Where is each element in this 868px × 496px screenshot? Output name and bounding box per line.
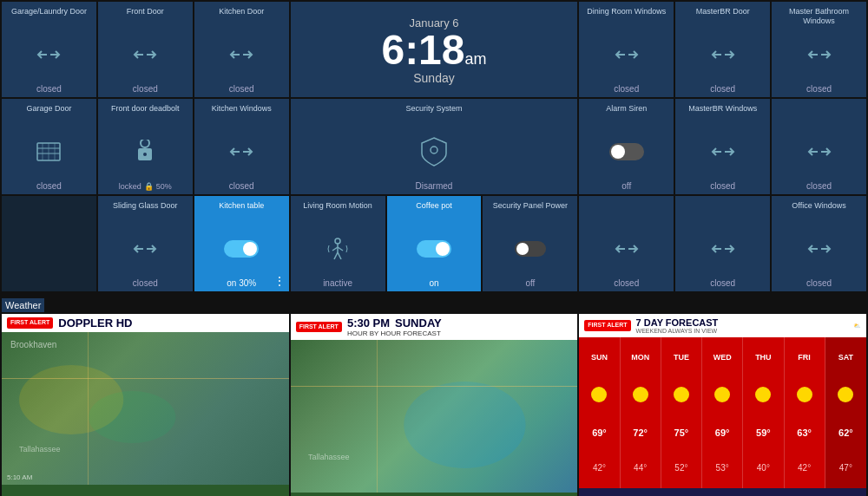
forecast-header: FIRST ALERT 7 DAY FORECAST WEEKEND ALWAY… bbox=[579, 314, 866, 337]
tile-icon bbox=[36, 123, 62, 179]
tile-unknown-r3c8[interactable]: closed bbox=[675, 196, 770, 291]
tile-kitchen-door[interactable]: Kitchen Door closed bbox=[194, 2, 289, 97]
tile-dining-room-windows[interactable]: Dining Room Windows closed bbox=[579, 2, 674, 97]
svg-point-30 bbox=[335, 238, 340, 244]
day-name: SAT bbox=[838, 353, 853, 362]
tile-master-bathroom-windows[interactable]: Master Bathroom Windows closed bbox=[772, 2, 866, 97]
tile-icon bbox=[515, 220, 546, 277]
tile-icon bbox=[229, 26, 253, 82]
tile-icon bbox=[224, 220, 259, 277]
day-name: MON bbox=[631, 353, 649, 362]
forecast-low: 40° bbox=[757, 463, 770, 473]
sun-icon bbox=[674, 387, 689, 402]
panel1-header: FIRST ALERT DOPPLER HD bbox=[2, 314, 289, 332]
tile-kitchen-windows[interactable]: Kitchen Windows closed bbox=[194, 99, 289, 194]
forecast-high: 69° bbox=[715, 427, 730, 438]
panel2-time: 5:30 PM bbox=[347, 317, 390, 330]
tile-status: Disarmed bbox=[416, 181, 453, 191]
tile-coffee-pot[interactable]: Coffee pot on bbox=[387, 196, 482, 291]
tile-icon bbox=[807, 26, 832, 82]
weather-panel-7day: FIRST ALERT 7 DAY FORECAST WEEKEND ALWAY… bbox=[579, 314, 866, 496]
tile-status: closed bbox=[133, 84, 158, 94]
panel2-header: FIRST ALERT 5:30 PM SUNDAY HOUR BY HOUR … bbox=[291, 314, 578, 340]
sun-icon bbox=[633, 387, 648, 402]
sun-icon bbox=[797, 387, 812, 402]
tile-label: Kitchen Door bbox=[219, 7, 264, 26]
svg-line-33 bbox=[338, 247, 343, 251]
day-name: FRI bbox=[798, 353, 811, 362]
weather-panel-doppler: FIRST ALERT DOPPLER HD Brookhaven Tallah… bbox=[2, 314, 289, 496]
tile-front-door-deadbolt[interactable]: Front door deadbolt locked 🔒 50% bbox=[98, 99, 193, 194]
tile-status: closed bbox=[229, 84, 254, 94]
forecast-logo: ⛅ bbox=[853, 323, 861, 330]
clock-day: Sunday bbox=[413, 71, 454, 85]
tile-label: Security System bbox=[405, 104, 462, 123]
tile-kitchen-table[interactable]: Kitchen table on 30% ⋮ bbox=[194, 196, 289, 291]
tile-label: Sliding Glass Door bbox=[113, 201, 178, 220]
tile-label: Alarm Siren bbox=[606, 104, 647, 123]
tile-garage-laundry-door[interactable]: Garage/Laundry Door closed bbox=[2, 2, 96, 97]
tile-masterbr-door[interactable]: MasterBR Door closed bbox=[675, 2, 770, 97]
forecast-day-fri: FRI 63° 42° bbox=[785, 337, 825, 488]
tile-icon bbox=[711, 26, 735, 82]
forecast-high: 59° bbox=[756, 427, 771, 438]
toggle-switch[interactable] bbox=[417, 240, 451, 258]
more-options-button[interactable]: ⋮ bbox=[273, 274, 286, 288]
tile-icon bbox=[807, 123, 832, 179]
doppler-map: Brookhaven Tallahassee 5:10 AM bbox=[2, 332, 289, 485]
forecast-high: 62° bbox=[838, 427, 853, 438]
tile-office-windows[interactable]: Office Windows closed bbox=[772, 196, 866, 291]
tile-status: closed bbox=[614, 278, 639, 288]
first-alert-badge: FIRST ALERT bbox=[7, 317, 53, 328]
motion-icon bbox=[326, 220, 350, 277]
first-alert-badge2: FIRST ALERT bbox=[296, 322, 342, 332]
shield-icon bbox=[420, 123, 448, 179]
tile-front-door[interactable]: Front Door closed bbox=[98, 2, 193, 97]
forecast-days-grid: SUN 69° 42° MON 72° 44° TUE bbox=[579, 337, 866, 488]
tile-label: Garage/Laundry Door bbox=[11, 7, 87, 26]
forecast-subtitle: WEEKEND ALWAYS IN VIEW bbox=[636, 328, 719, 334]
tile-alarm-siren[interactable]: Alarm Siren off bbox=[579, 99, 674, 194]
tile-sliding-glass-door[interactable]: Sliding Glass Door closed bbox=[98, 196, 193, 291]
tile-living-room-motion[interactable]: Living Room Motion inactive bbox=[291, 196, 385, 291]
tile-unknown-r3c7[interactable]: closed bbox=[579, 196, 674, 291]
tile-status: closed bbox=[710, 181, 735, 191]
day-name: TUE bbox=[674, 353, 689, 362]
toggle-switch[interactable] bbox=[224, 240, 259, 258]
tile-security-system[interactable]: Security System Disarmed bbox=[291, 99, 578, 194]
tile-label: Kitchen table bbox=[219, 201, 264, 220]
tile-label: Front door deadbolt bbox=[111, 104, 180, 123]
tile-status: closed bbox=[806, 84, 832, 94]
forecast-low: 42° bbox=[798, 463, 811, 473]
tile-label: Office Windows bbox=[792, 201, 845, 220]
tile-icon bbox=[807, 220, 832, 277]
weather-label: Weather bbox=[2, 298, 44, 312]
tile-status: closed bbox=[710, 84, 735, 94]
tile-masterbr-windows[interactable]: MasterBR Windows closed bbox=[675, 99, 770, 194]
sun-icon bbox=[591, 387, 607, 402]
tile-icon bbox=[609, 123, 644, 179]
sun-icon bbox=[838, 387, 853, 402]
tile-empty-r2c9: closed bbox=[772, 99, 866, 194]
panel2-day: SUNDAY bbox=[395, 317, 442, 330]
svg-text:Brookhaven: Brookhaven bbox=[10, 340, 56, 349]
tile-status: inactive bbox=[323, 278, 352, 288]
tile-label: Kitchen Windows bbox=[212, 104, 272, 123]
svg-line-32 bbox=[332, 247, 338, 251]
tile-security-panel-power[interactable]: Security Panel Power off bbox=[483, 196, 577, 291]
tile-status: on bbox=[429, 278, 438, 288]
svg-line-34 bbox=[334, 252, 338, 259]
tile-label: Dining Room Windows bbox=[587, 7, 666, 26]
tile-garage-door[interactable]: Garage Door closed bbox=[2, 99, 96, 194]
forecast-high: 63° bbox=[797, 427, 812, 438]
forecast-high: 72° bbox=[633, 427, 648, 438]
tile-status: closed bbox=[806, 181, 832, 191]
forecast-low: 44° bbox=[634, 463, 647, 473]
clock-time: 6:18am bbox=[381, 29, 486, 71]
toggle-switch[interactable] bbox=[515, 241, 546, 257]
tile-icon bbox=[135, 123, 155, 180]
sun-icon bbox=[755, 387, 771, 402]
svg-point-43 bbox=[89, 391, 175, 443]
forecast-day-sun: SUN 69° 42° bbox=[579, 337, 620, 488]
forecast-day-mon: MON 72° 44° bbox=[621, 337, 661, 488]
